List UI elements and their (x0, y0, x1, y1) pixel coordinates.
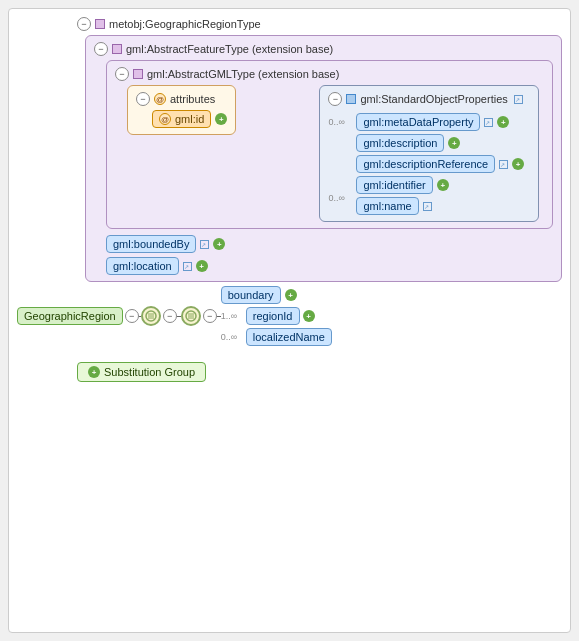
collapse-geo[interactable]: − (125, 309, 139, 323)
standard-obj-content: 0..∞ 0..∞ gml:metaDataProperty ↗ (328, 113, 530, 215)
region-id-node[interactable]: regionId (246, 307, 300, 325)
location-row: gml:location ↗ + (106, 257, 553, 275)
gml-location-node[interactable]: gml:location (106, 257, 179, 275)
substitution-group-label: Substitution Group (104, 366, 195, 378)
metobj-label: metobj:GeographicRegionType (109, 18, 261, 30)
seq-icon-2 (181, 306, 201, 326)
metadata-ext: ↗ (484, 118, 493, 127)
location-ext: ↗ (183, 262, 192, 271)
descriptionref-ext: ↗ (499, 160, 508, 169)
bounded-by-row: gml:boundedBy ↗ + (106, 235, 553, 253)
cardinality-metaData: 0..∞ (328, 117, 350, 127)
region-id-section: 1..∞ regionId + (221, 307, 332, 325)
gml-metadata-node[interactable]: gml:metaDataProperty (356, 113, 480, 131)
boundary-row: boundary + (221, 286, 332, 304)
bounded-location-section: gml:boundedBy ↗ + gml:location ↗ + (106, 235, 553, 275)
gml-identifier-node[interactable]: gml:identifier (356, 176, 432, 194)
cardinality-localized: 0..∞ (221, 332, 243, 342)
localized-name-node[interactable]: localizedName (246, 328, 332, 346)
bounded-ext: ↗ (200, 240, 209, 249)
description-ref-row: gml:descriptionReference ↗ + (356, 155, 524, 173)
collapse-geo-detail[interactable]: − (163, 309, 177, 323)
attributes-header: − @ attributes (136, 92, 227, 106)
substitution-group-button[interactable]: + Substitution Group (77, 362, 206, 382)
location-plus[interactable]: + (196, 260, 208, 272)
diagram-container: − metobj:GeographicRegionType − gml:Abst… (8, 8, 571, 633)
gml-description-node[interactable]: gml:description (356, 134, 444, 152)
attributes-label: attributes (170, 93, 215, 105)
panel-abstract-gml: − gml:AbstractGMLType (extension base) −… (106, 60, 553, 229)
descriptionref-plus[interactable]: + (512, 158, 524, 170)
bounded-plus[interactable]: + (213, 238, 225, 250)
collapse-seq2[interactable]: − (203, 309, 217, 323)
panel-abstract-gml-header: − gml:AbstractGMLType (extension base) (115, 67, 544, 81)
standard-obj-label: gml:StandardObjectProperties (360, 93, 507, 105)
collapse-metobj[interactable]: − (77, 17, 91, 31)
at-icon: @ (154, 93, 166, 105)
identifier-plus[interactable]: + (437, 179, 449, 191)
name-ext: ↗ (423, 202, 432, 211)
abstract-gml-icon (133, 69, 143, 79)
collapse-standard-obj[interactable]: − (328, 92, 342, 106)
metadata-plus[interactable]: + (497, 116, 509, 128)
geo-region-row: GeographicRegion − (17, 307, 139, 325)
collapse-abstract-feature[interactable]: − (94, 42, 108, 56)
description-plus[interactable]: + (448, 137, 460, 149)
cardinality-col: 0..∞ 0..∞ (328, 113, 350, 203)
gml-descriptionref-node[interactable]: gml:descriptionReference (356, 155, 495, 173)
metaData-row: gml:metaDataProperty ↗ + (356, 113, 524, 131)
description-row: gml:description + (356, 134, 524, 152)
panel-abstract-feature-header: − gml:AbstractFeatureType (extension bas… (94, 42, 553, 56)
substitution-group-row: + Substitution Group (77, 362, 562, 382)
abstract-feature-icon (112, 44, 122, 54)
standard-obj-header: − gml:StandardObjectProperties ↗ (328, 92, 530, 106)
identifier-row: gml:identifier + (356, 176, 524, 194)
gml-bounded-node[interactable]: gml:boundedBy (106, 235, 196, 253)
gml-name-node[interactable]: gml:name (356, 197, 418, 215)
regionid-plus[interactable]: + (303, 310, 315, 322)
standard-obj-icon (346, 94, 356, 104)
panel-standard-obj: − gml:StandardObjectProperties ↗ 0..∞ 0.… (319, 85, 539, 222)
abstract-feature-label: gml:AbstractFeatureType (extension base) (126, 43, 333, 55)
subst-plus-icon: + (88, 366, 100, 378)
name-row: gml:name ↗ (356, 197, 524, 215)
panel-attributes: − @ attributes @ gml:id + (127, 85, 236, 135)
collapse-attributes[interactable]: − (136, 92, 150, 106)
boundary-plus[interactable]: + (285, 289, 297, 301)
boundary-node[interactable]: boundary (221, 286, 281, 304)
gml-id-row: @ gml:id + (152, 110, 227, 128)
metobj-icon (95, 19, 105, 29)
collapse-abstract-gml[interactable]: − (115, 67, 129, 81)
geographic-region-node[interactable]: GeographicRegion (17, 307, 123, 325)
gml-id-plus[interactable]: + (215, 113, 227, 125)
standard-obj-items: gml:metaDataProperty ↗ + gml:description… (356, 113, 524, 215)
cardinality-name: 0..∞ (328, 193, 350, 203)
gml-id-node[interactable]: @ gml:id (152, 110, 211, 128)
geo-connector-area: GeographicRegion − − − boundary + (17, 286, 562, 346)
gml-id-at-icon: @ (159, 113, 171, 125)
standard-obj-ext-icon: ↗ (514, 95, 523, 104)
meobj-header-row: − metobj:GeographicRegionType (77, 17, 562, 31)
localized-name-section: 0..∞ localizedName (221, 328, 332, 346)
abstract-gml-label: gml:AbstractGMLType (extension base) (147, 68, 339, 80)
cardinality-regionid: 1..∞ (221, 311, 243, 321)
right-items-col: boundary + 1..∞ regionId + 0..∞ localize… (221, 286, 332, 346)
panel-abstract-feature: − gml:AbstractFeatureType (extension bas… (85, 35, 562, 282)
seq-icon-main (141, 306, 161, 326)
